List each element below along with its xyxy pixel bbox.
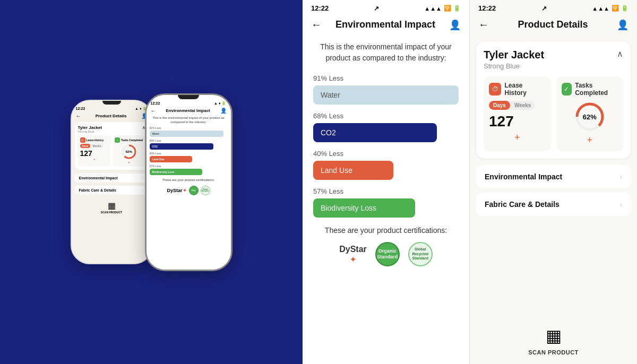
product-card: Tyler Jacket Strong Blue ∧ ⏱ Lease Histo… bbox=[476, 41, 631, 159]
right-status-time: 12:22 bbox=[478, 4, 496, 12]
weeks-tab[interactable]: Weeks bbox=[510, 101, 536, 110]
dystar-text: DyStar bbox=[339, 245, 367, 254]
collapse-chevron[interactable]: ∧ bbox=[617, 49, 623, 59]
days-tab[interactable]: Days bbox=[489, 101, 510, 110]
dystar-star: ✦ bbox=[350, 255, 356, 264]
phone-product-title: Product Details bbox=[81, 114, 141, 118]
tasks-plus[interactable]: + bbox=[562, 135, 618, 146]
product-details-panel: 12:22 ↗ ▲▲▲ 🛜 🔋 ← Product Details 👤 Tyle… bbox=[470, 0, 637, 364]
tasks-pct-text: 62% bbox=[583, 113, 597, 121]
middle-status-bar: 12:22 ↗ ▲▲▲ 🛜 🔋 bbox=[303, 0, 469, 14]
co2-bar-section: 68% Less CO2 bbox=[313, 112, 459, 142]
env-impact-chevron: › bbox=[619, 172, 622, 181]
tasks-progress-circle: 62% bbox=[574, 101, 606, 133]
scan-section: ▦ SCAN PRODUCT bbox=[470, 317, 637, 364]
water-pct-label: 91% Less bbox=[313, 74, 459, 82]
lease-plus[interactable]: + bbox=[489, 132, 546, 143]
right-back-button[interactable]: ← bbox=[478, 19, 489, 31]
dystar-logo: DyStar✦ bbox=[339, 245, 367, 264]
water-bar-section: 91% Less Water bbox=[313, 74, 459, 105]
right-battery-icon: 🔋 bbox=[621, 5, 629, 12]
tasks-label: Tasks Completed bbox=[575, 82, 618, 97]
env-content-area: This is the environmental impact of your… bbox=[303, 35, 469, 364]
biodiversity-pct-label: 57% Less bbox=[313, 187, 459, 195]
middle-status-icons: ▲▲▲ 🛜 🔋 bbox=[424, 5, 461, 12]
phone-env-mockup: 12:22 ▲ ♦ 🔋 ← Environmental Impact 👤 Thi… bbox=[145, 93, 233, 271]
water-bar: Water bbox=[313, 85, 459, 105]
env-intro-text: This is the environmental impact of your… bbox=[313, 41, 459, 64]
cert-title: These are your product certifications: bbox=[313, 226, 459, 235]
right-status-icons: ▲▲▲ 🛜 🔋 bbox=[592, 5, 629, 12]
env-impact-menu-label: Environmental Impact bbox=[485, 172, 562, 181]
tasks-icon: ✓ bbox=[562, 83, 572, 96]
phones-mockup: 12:22 ▲ ♦ 🔋 ← Product Details 👤 Tyler Ja… bbox=[71, 93, 233, 271]
certifications-section: These are your product certifications: D… bbox=[313, 226, 459, 266]
lease-label: Lease History bbox=[504, 82, 545, 97]
landuse-bar-section: 40% Less Land Use bbox=[313, 150, 459, 180]
landuse-bar: Land Use bbox=[313, 161, 393, 180]
middle-nav-title: Environmental Impact bbox=[322, 19, 449, 30]
middle-user-icon[interactable]: 👤 bbox=[449, 19, 461, 31]
right-status-bar: 12:22 ↗ ▲▲▲ 🛜 🔋 bbox=[470, 0, 637, 14]
landuse-pct-label: 40% Less bbox=[313, 150, 459, 158]
phone-env-title: Environmental Impact bbox=[156, 108, 220, 113]
phone-product-name: Tyler Jacket bbox=[78, 125, 102, 130]
cert-logos-row: DyStar✦ OrganicStandard GlobalRecycledSt… bbox=[313, 242, 459, 266]
right-signal-icon: ▲▲▲ bbox=[592, 5, 609, 12]
middle-location-icon: ↗ bbox=[374, 5, 379, 12]
water-bar-label: Water bbox=[321, 91, 340, 99]
wifi-icon: 🛜 bbox=[444, 5, 451, 12]
right-wifi-icon: 🛜 bbox=[612, 5, 619, 12]
landuse-bar-label: Land Use bbox=[321, 166, 352, 175]
co2-bar-label: CO2 bbox=[321, 128, 336, 137]
biodiversity-bar-label: Biodiversity Loss bbox=[321, 204, 376, 212]
tasks-icon-row: ✓ Tasks Completed bbox=[562, 82, 618, 97]
middle-nav-bar: ← Environmental Impact 👤 bbox=[303, 14, 469, 35]
recycled-cert: GlobalRecycledStandard bbox=[408, 242, 433, 266]
middle-back-button[interactable]: ← bbox=[311, 19, 322, 31]
qr-code-icon[interactable]: ▦ bbox=[546, 326, 562, 346]
stats-row: ⏱ Lease History Days Weeks 127 + ✓ Tasks… bbox=[484, 76, 623, 151]
middle-status-time: 12:22 bbox=[311, 4, 329, 12]
fabric-menu-label: Fabric Care & Details bbox=[485, 200, 559, 209]
env-impact-menu-item[interactable]: Environmental Impact › bbox=[476, 165, 631, 188]
co2-pct-label: 68% Less bbox=[313, 112, 459, 120]
left-panel: 12:22 ▲ ♦ 🔋 ← Product Details 👤 Tyler Ja… bbox=[0, 0, 303, 364]
battery-icon: 🔋 bbox=[453, 5, 461, 12]
right-user-icon[interactable]: 👤 bbox=[617, 19, 629, 31]
right-location-icon: ↗ bbox=[541, 5, 547, 12]
scan-label[interactable]: SCAN PRODUCT bbox=[528, 349, 579, 356]
right-nav-title: Product Details bbox=[489, 19, 617, 30]
lease-icon: ⏱ bbox=[489, 83, 501, 96]
product-title-row: Tyler Jacket Strong Blue ∧ bbox=[484, 49, 623, 70]
right-nav-bar: ← Product Details 👤 bbox=[470, 14, 637, 35]
biodiversity-bar-section: 57% Less Biodiversity Loss bbox=[313, 187, 459, 218]
phone-product-mockup: 12:22 ▲ ♦ 🔋 ← Product Details 👤 Tyler Ja… bbox=[71, 100, 153, 264]
lease-icon-row: ⏱ Lease History bbox=[489, 82, 546, 97]
organic-cert: OrganicStandard bbox=[375, 242, 400, 266]
env-impact-panel: 12:22 ↗ ▲▲▲ 🛜 🔋 ← Environmental Impact 👤… bbox=[303, 0, 470, 364]
days-weeks-toggle[interactable]: Days Weeks bbox=[489, 101, 535, 110]
fabric-menu-item[interactable]: Fabric Care & Details › bbox=[476, 193, 631, 216]
phone-lease-count: 127 bbox=[80, 149, 109, 158]
signal-icon: ▲▲▲ bbox=[424, 5, 442, 12]
lease-count: 127 bbox=[489, 113, 546, 130]
tasks-card: ✓ Tasks Completed 62% + bbox=[556, 76, 624, 151]
lease-history-card: ⏱ Lease History Days Weeks 127 + bbox=[484, 76, 551, 151]
product-info: Tyler Jacket Strong Blue bbox=[484, 49, 544, 70]
fabric-chevron: › bbox=[619, 200, 622, 209]
co2-bar: CO2 bbox=[313, 123, 437, 142]
product-variant: Strong Blue bbox=[484, 62, 544, 70]
phone-product-variant: Strong Blue bbox=[78, 130, 102, 133]
biodiversity-bar: Biodiversity Loss bbox=[313, 198, 415, 218]
product-name: Tyler Jacket bbox=[484, 49, 544, 61]
